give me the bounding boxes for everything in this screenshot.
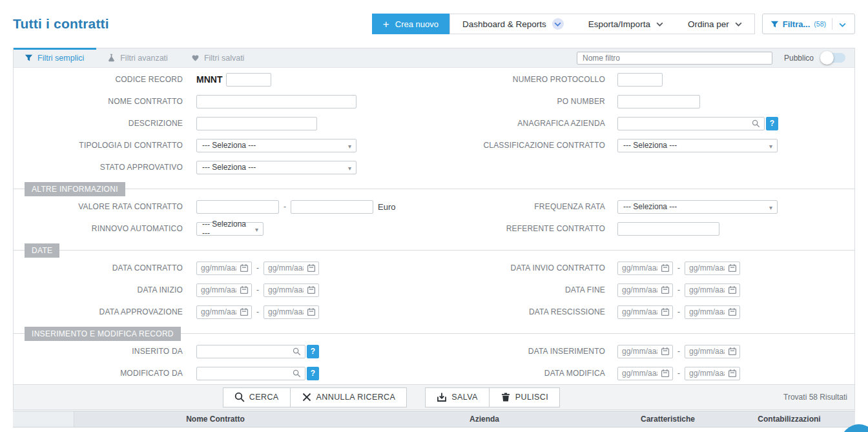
caret-down-icon: ▾ <box>769 203 772 212</box>
create-new-button[interactable]: + Crea nuovo <box>372 14 450 34</box>
range-dash: - <box>677 285 680 294</box>
range-dash: - <box>256 307 259 316</box>
form-row: NOME CONTRATTO PO NUMBER <box>14 90 854 112</box>
search-button-group: CERCA ANNULLA RICERCA <box>223 387 407 407</box>
inserito-da-field <box>196 345 305 358</box>
table-header-azienda[interactable]: Azienda <box>356 415 612 424</box>
trash-icon <box>501 392 511 402</box>
filter-count: (58) <box>814 20 826 28</box>
anagrafica-help-button[interactable]: ? <box>766 117 778 130</box>
anagrafica-azienda-label: ANAGRAFICA AZIENDA <box>448 119 605 128</box>
filter-button[interactable]: Filtra... (58) <box>765 19 832 29</box>
stato-approvativo-select[interactable]: --- Seleziona --- ▾ <box>196 161 356 174</box>
date-range-from <box>617 283 673 297</box>
tab-filtri-avanzati[interactable]: Filtri avanzati <box>96 48 180 67</box>
data-invio-a-input[interactable] <box>685 262 740 275</box>
valore-rata-max-input[interactable] <box>291 200 373 214</box>
dashboard-reports-menu[interactable]: Dashboard & Reports <box>450 14 576 34</box>
data-inizio-a-input[interactable] <box>264 283 319 297</box>
data-contratto-da-input[interactable] <box>196 262 252 275</box>
data-approvazione-da-input[interactable] <box>196 305 252 319</box>
tab-label: Filtri salvati <box>204 54 245 63</box>
cerca-button[interactable]: CERCA <box>223 387 291 407</box>
select-value: --- Seleziona --- <box>202 141 256 150</box>
date-range-to <box>685 367 740 380</box>
date-range-to <box>685 305 740 319</box>
heart-icon <box>191 54 200 62</box>
export-import-menu[interactable]: Esporta/Importa <box>576 14 676 34</box>
data-fine-da-input[interactable] <box>617 283 673 297</box>
public-toggle[interactable] <box>822 51 845 65</box>
nome-contratto-input[interactable] <box>196 95 356 108</box>
public-label: Pubblico <box>784 54 814 63</box>
data-inizio-da-input[interactable] <box>196 283 252 297</box>
modificato-da-help-button[interactable]: ? <box>307 367 319 380</box>
chevron-down-icon <box>735 22 742 26</box>
select-value: --- Seleziona --- <box>202 163 256 172</box>
tab-filtri-salvati[interactable]: Filtri salvati <box>180 48 257 67</box>
inserito-da-help-button[interactable]: ? <box>307 345 319 358</box>
range-dash: - <box>677 263 680 273</box>
filter-funnel-icon <box>770 20 779 28</box>
tab-filtri-semplici[interactable]: Filtri semplici <box>14 48 96 67</box>
filter-name-input[interactable] <box>577 52 772 65</box>
date-range-to <box>685 345 740 358</box>
data-inserimento-a-input[interactable] <box>685 345 740 358</box>
data-invio-da-input[interactable] <box>617 262 673 275</box>
pulisci-label: PULISCI <box>515 393 548 402</box>
table-header-caratteristiche[interactable]: Caratteristiche <box>612 415 723 424</box>
data-inizio-label: DATA INIZIO <box>14 285 183 294</box>
classificazione-contratto-select[interactable]: --- Seleziona --- ▾ <box>617 139 778 152</box>
form-row: DATA INIZIO - DATA FINE <box>14 279 854 301</box>
referente-contratto-input[interactable] <box>617 222 719 236</box>
flask-icon <box>107 54 116 62</box>
section-altre-informazioni: ALTRE INFORMAZIONI <box>14 189 854 189</box>
data-approvazione-a-input[interactable] <box>264 305 319 319</box>
data-contratto-label: DATA CONTRATTO <box>14 263 183 273</box>
tipologia-contratto-select[interactable]: --- Seleziona --- ▾ <box>196 139 356 152</box>
data-contratto-a-input[interactable] <box>264 262 319 275</box>
rinnovo-automatico-select[interactable]: --- Seleziona --- ▾ <box>196 222 264 236</box>
data-rescissione-da-input[interactable] <box>617 305 673 319</box>
frequenza-rata-select[interactable]: --- Seleziona --- ▾ <box>617 200 778 214</box>
contracts-page: Tutti i contratti + Crea nuovo Dashboard… <box>0 0 868 432</box>
codice-record-label: CODICE RECORD <box>14 75 183 84</box>
classificazione-contratto-label: CLASSIFICAZIONE CONTRATTO <box>448 141 605 150</box>
codice-record-prefix: MNNT <box>196 74 222 85</box>
chevron-down-icon <box>554 22 561 26</box>
numero-protocollo-input[interactable] <box>617 73 663 87</box>
data-modifica-a-input[interactable] <box>685 367 740 380</box>
data-approvazione-label: DATA APPROVAZIONE <box>14 307 183 316</box>
select-value: --- Seleziona --- <box>202 220 249 238</box>
date-range-from <box>617 367 673 380</box>
inserito-da-input[interactable] <box>196 345 305 358</box>
annulla-ricerca-button[interactable]: ANNULLA RICERCA <box>290 387 408 407</box>
modificato-da-input[interactable] <box>196 367 305 380</box>
data-inserimento-da-input[interactable] <box>617 345 673 358</box>
codice-record-input[interactable] <box>226 73 271 87</box>
tipologia-contratto-label: TIPOLOGIA DI CONTRATTO <box>14 141 183 150</box>
data-fine-a-input[interactable] <box>685 283 740 297</box>
salva-button[interactable]: SALVA <box>425 387 489 407</box>
pulisci-button[interactable]: PULISCI <box>489 387 560 407</box>
po-number-input[interactable] <box>617 95 700 108</box>
filter-tabbar: Filtri semplici Filtri avanzati Filtri s… <box>14 48 854 68</box>
section-date: DATE <box>14 250 854 251</box>
anagrafica-azienda-input[interactable] <box>617 117 765 130</box>
descrizione-input[interactable] <box>196 117 317 130</box>
data-rescissione-a-input[interactable] <box>685 305 740 319</box>
valore-rata-min-input[interactable] <box>196 200 279 214</box>
data-rescissione-label: DATA RESCISSIONE <box>448 307 605 316</box>
filter-expand-button[interactable] <box>832 19 852 29</box>
annulla-ricerca-label: ANNULLA RICERCA <box>316 393 396 402</box>
nome-contratto-label: NOME CONTRATTO <box>14 97 183 106</box>
date-range-from <box>617 305 673 319</box>
range-dash: - <box>284 202 286 211</box>
table-header-nome-contratto[interactable]: Nome Contratto <box>74 415 356 424</box>
sort-by-menu[interactable]: Ordina per <box>676 14 754 34</box>
cerca-label: CERCA <box>249 393 279 402</box>
table-header-contabilizzazioni[interactable]: Contabilizzazioni <box>723 415 855 424</box>
data-modifica-da-input[interactable] <box>617 367 673 380</box>
range-dash: - <box>677 307 680 316</box>
form-footer: CERCA ANNULLA RICERCA SALVA PULISCI <box>14 384 854 409</box>
